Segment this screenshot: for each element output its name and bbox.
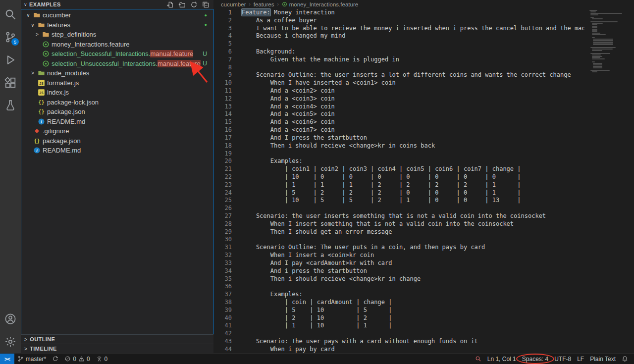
code-line-7[interactable]: 7 Given that the machine is plugged in [213,55,584,63]
code-line-29[interactable]: 29 Then I should get an error message [213,228,584,236]
chevron-down-icon[interactable]: ∨ [24,12,32,18]
code-line-12[interactable]: 12 And a <coin3> coin [213,95,584,103]
code-line-22[interactable]: 22 | 10 | 0 | 0 | 0 | 0 | 0 | 0 | 0 | [213,173,584,181]
code-line-4[interactable]: 4 Because i changed my mind [213,32,584,40]
breadcrumb-file[interactable]: money_Interactions.feature [282,1,358,7]
tree-item-cucumber[interactable]: ∨cucumber● [21,10,213,20]
code-line-39[interactable]: 39 | 5 | 10 | 5 | [213,306,584,314]
explorer-section-header[interactable]: ∨ EXAMPLES [21,0,213,9]
indentation-item[interactable]: Spaces: 4 [519,354,551,364]
code-line-28[interactable]: 28 When I insert something that is not a… [213,220,584,228]
code-line-26[interactable]: 26 [213,204,584,212]
code-line-15[interactable]: 15 And a <coin6> coin [213,118,584,126]
outline-section-header[interactable]: > OUTLINE [21,334,213,344]
chevron-down-icon[interactable]: ∨ [29,22,37,28]
search-icon[interactable] [0,3,21,26]
eol-item[interactable]: LF [574,354,587,364]
tree-item-package-json[interactable]: {}package.json [21,107,213,117]
cursor-position[interactable]: Ln 1, Col 1 [484,354,519,364]
code-line-30[interactable]: 30 [213,236,584,244]
tree-item-readme-md[interactable]: iREADME.md [21,146,213,156]
code-line-24[interactable]: 24 | 5 | 2 | 2 | 2 | 0 | 0 | 0 | 1 | [213,189,584,197]
code-editor[interactable]: 1Feature: Money interaction2 As a coffee… [213,8,634,353]
code-line-11[interactable]: 11 And a <coin2> coin [213,87,584,95]
timeline-section-header[interactable]: > TIMELINE [21,344,213,353]
account-icon[interactable] [0,308,21,330]
code-line-41[interactable]: 41 | 1 | 10 | 1 | [213,322,584,330]
source-control-icon[interactable]: 5 [0,26,21,49]
git-branch-item[interactable]: master* [14,354,49,364]
code-line-2[interactable]: 2 As a coffee buyer [213,16,584,24]
code-line-23[interactable]: 23 | 1 | 1 | 1 | 2 | 2 | 2 | 2 | 1 | [213,181,584,189]
code-line-8[interactable]: 8 [213,63,584,71]
remote-indicator[interactable]: >< [0,354,14,364]
code-line-44[interactable]: 44 When i pay by card [213,345,584,353]
code-line-18[interactable]: 18 Then i should recieve <change>kr in c… [213,142,584,150]
minimap[interactable] [585,8,634,353]
line-text: Then I should get an error message [232,228,392,235]
breadcrumb-cucumber[interactable]: cucumber [221,1,246,7]
code-line-3[interactable]: 3 I want to be able to recieve the money… [213,24,584,32]
file-label: README.md [47,118,85,125]
code-line-38[interactable]: 38 | coin | cardAmount | change | [213,298,584,306]
collapse-all-icon[interactable] [202,1,210,8]
code-line-5[interactable]: 5 [213,40,584,48]
testing-icon[interactable] [0,94,21,117]
tree-item-money-interactions-feature[interactable]: money_Interactions.feature [21,40,213,50]
breadcrumb-features[interactable]: features [254,1,274,7]
new-folder-icon[interactable] [178,1,186,8]
chevron-right-icon[interactable]: > [29,70,37,76]
tree-item-package-json[interactable]: {}package.json [21,136,213,146]
code-line-25[interactable]: 25 | 10 | 5 | 5 | 2 | 1 | 0 | 0 | 13 | [213,197,584,205]
language-mode-item[interactable]: Plain Text [587,354,619,364]
new-file-icon[interactable] [166,1,174,8]
code-line-42[interactable]: 42 [213,329,584,337]
tree-item-formatter-js[interactable]: JSformatter.js [21,78,213,88]
code-line-9[interactable]: 9 Scenario Outline: the user inserts a l… [213,71,584,79]
ports-item[interactable]: 0 [93,354,111,364]
tree-item-selection-unsuccessful-interactions-manual-feature[interactable]: selection_Unsuccessful_Interactions.manu… [21,59,213,69]
encoding-item[interactable]: UTF-8 [551,354,574,364]
refresh-icon[interactable] [190,1,198,8]
chevron-right-icon[interactable]: > [33,32,41,37]
code-line-40[interactable]: 40 | 2 | 10 | 2 | [213,314,584,322]
tree-item-gitignore[interactable]: .gitignore [21,126,213,136]
tree-item-readme-md[interactable]: iREADME.md [21,117,213,127]
code-line-37[interactable]: 37 Examples: [213,290,584,298]
tree-item-features[interactable]: ∨features● [21,20,213,30]
code-line-34[interactable]: 34 And i press the startbutton [213,267,584,275]
code-line-10[interactable]: 10 When I have inserted a <coin1> coin [213,79,584,87]
minimap-line [590,13,622,14]
code-line-27[interactable]: 27 Scenario: the user inserts something … [213,212,584,220]
code-line-19[interactable]: 19 [213,150,584,157]
settings-gear-icon[interactable] [0,330,21,353]
code-line-43[interactable]: 43 Scenario: The user pays with a card w… [213,337,584,345]
code-line-6[interactable]: 6 Background: [213,48,584,55]
zoom-item[interactable] [472,354,484,364]
tree-item-package-lock-json[interactable]: {}package-lock.json [21,98,213,107]
run-debug-icon[interactable] [0,49,21,71]
problems-item[interactable]: 0 0 [61,354,93,364]
code-line-16[interactable]: 16 And a <coin7> coin [213,126,584,134]
code-line-1[interactable]: 1Feature: Money interaction [213,8,584,16]
tree-item-node-modules[interactable]: >node_modules [21,68,213,78]
sync-button[interactable] [49,354,61,364]
code-line-32[interactable]: 32 When I insert a <coin>kr coin [213,251,584,259]
tree-item-index-js[interactable]: JSindex.js [21,88,213,98]
notifications-item[interactable] [619,354,631,364]
code-line-35[interactable]: 35 Then i should recieve <change>kr in c… [213,275,584,283]
code-line-31[interactable]: 31 Scenario Outline: The user puts in a … [213,243,584,251]
file-label: package.json [47,108,85,115]
code-line-13[interactable]: 13 And a <coin4> coin [213,103,584,110]
code-line-20[interactable]: 20 Examples: [213,157,584,165]
filename-match-highlight: manual.feature [158,60,201,67]
extensions-icon[interactable] [0,71,21,94]
code-line-17[interactable]: 17 And I press the startbutton [213,134,584,142]
tree-item-selection-successful-interactions-manual-feature[interactable]: selection_Successful_Interactions.manual… [21,49,213,59]
code-line-21[interactable]: 21 | coin1 | coin2 | coin3 | coin4 | coi… [213,165,584,173]
code-line-33[interactable]: 33 And I pay <cardAmount>kr with card [213,259,584,267]
line-text: And a <coin6> coin [232,118,335,125]
code-line-36[interactable]: 36 [213,282,584,290]
tree-item-step-definitions[interactable]: >step_definitions [21,30,213,40]
code-line-14[interactable]: 14 And a <coin5> coin [213,110,584,118]
